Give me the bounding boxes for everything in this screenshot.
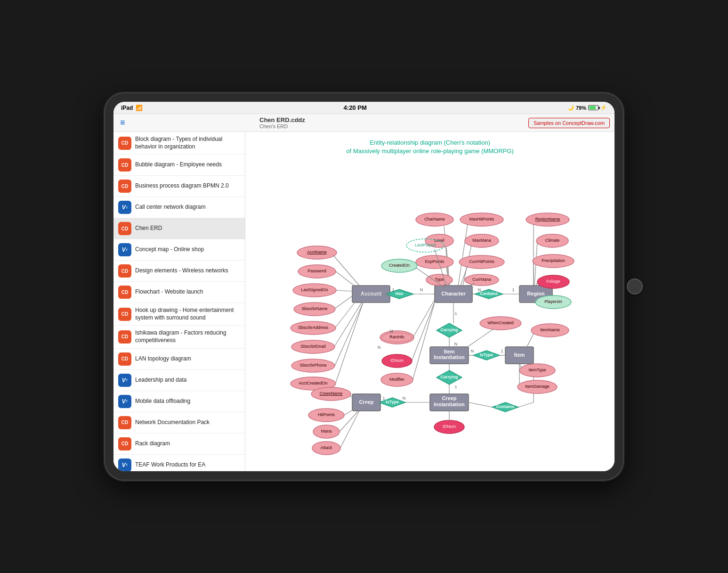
sidebar-item-chen-erd[interactable]: CDChen ERD: [113, 218, 245, 239]
sidebar-item-teaf[interactable]: VYTEAF Work Products for EA: [113, 455, 245, 471]
samples-button[interactable]: Samples on ConceptDraw.com: [528, 118, 610, 128]
svg-line-45: [518, 402, 534, 407]
svg-line-135: [536, 283, 537, 286]
header-row: ≡ Chen ERD.cddz Chen's ERD Samples on Co…: [113, 114, 615, 132]
charging-icon: ⚡: [600, 105, 607, 111]
svg-text:RanInfo: RanInfo: [389, 335, 404, 340]
battery-indicator: [588, 105, 599, 110]
svg-text:M: M: [389, 329, 393, 334]
svg-line-93: [413, 303, 435, 379]
sidebar-item-mobile-data[interactable]: VYMobile data offloading: [113, 391, 245, 412]
svg-line-150: [468, 329, 493, 347]
svg-text:Account: Account: [361, 291, 381, 296]
sidebar-item-rack-diagram[interactable]: CDRack diagram: [113, 434, 245, 455]
cd-icon: CD: [118, 308, 131, 321]
svg-text:IDNum: IDNum: [390, 359, 404, 363]
sidebar-item-bubble-diagram[interactable]: CDBubble diagram - Employee needs: [113, 155, 245, 176]
svg-text:LastPlayed: LastPlayed: [415, 243, 436, 248]
svg-text:Character: Character: [441, 291, 466, 296]
svg-text:CharName: CharName: [424, 217, 445, 222]
svg-text:Mana: Mana: [321, 429, 332, 434]
time-display: 4:20 PM: [344, 104, 367, 111]
svg-line-81: [336, 303, 363, 383]
svg-text:N: N: [378, 345, 381, 350]
sidebar-item-leadership[interactable]: VYLeadership and data: [113, 370, 245, 391]
svg-text:N: N: [454, 342, 458, 347]
svg-text:Contains: Contains: [480, 292, 498, 296]
svg-line-44: [469, 402, 492, 407]
sidebar-item-flowchart[interactable]: CDFlowchart - Website launch: [113, 282, 245, 303]
svg-line-63: [336, 271, 357, 288]
status-right: 🌙 79% ⚡: [567, 105, 607, 111]
svg-line-69: [335, 296, 352, 308]
svg-line-75: [335, 303, 362, 346]
svg-text:MaxHitPoints: MaxHitPoints: [469, 217, 494, 222]
svg-text:CreepName: CreepName: [320, 392, 343, 396]
svg-text:Instantiation: Instantiation: [434, 401, 465, 407]
svg-text:MaxMana: MaxMana: [472, 238, 491, 243]
svg-text:1: 1: [512, 288, 514, 293]
svg-text:Contains: Contains: [496, 405, 515, 409]
moon-icon: 🌙: [567, 105, 574, 111]
svg-text:CreatedOn: CreatedOn: [389, 263, 410, 268]
sidebar-item-label: Business process diagram BPMN 2.0: [135, 182, 229, 190]
sidebar-item-label: Flowchart - Website launch: [135, 288, 203, 296]
svg-text:ExpPoints: ExpPoints: [425, 260, 445, 264]
sidebar-item-label: Network Documentation Pack: [135, 419, 210, 426]
svg-text:1: 1: [454, 385, 457, 390]
cd-icon: CD: [118, 330, 131, 344]
svg-text:ItemDamage: ItemDamage: [525, 385, 550, 389]
sidebar-item-label: Block diagram - Types of individual beha…: [135, 136, 240, 150]
sidebar-item-network-doc[interactable]: CDNetwork Documentation Pack: [113, 412, 245, 434]
diagram-title: Entity-relationship diagram (Chen's nota…: [245, 132, 615, 158]
visio-icon: VY: [118, 201, 131, 214]
sidebar-item-label: TEAF Work Products for EA: [135, 461, 205, 469]
svg-text:LastSignedOn: LastSignedOn: [301, 288, 328, 293]
sidebar-item-design-elements[interactable]: CDDesign elements - Wireless networks: [113, 261, 245, 282]
status-left: iPad 📶: [121, 105, 143, 111]
cd-icon: CD: [118, 264, 131, 278]
sidebar-item-label: Ishikawa diagram - Factors reducing comp…: [135, 329, 240, 344]
visio-icon: VY: [118, 395, 131, 408]
svg-text:Precipitation: Precipitation: [542, 259, 565, 263]
sidebar-item-block-diagram[interactable]: CDBlock diagram - Types of individual be…: [113, 132, 245, 155]
hamburger-menu[interactable]: ≡: [120, 118, 125, 128]
svg-text:CurrHitPoints: CurrHitPoints: [469, 260, 494, 264]
svg-text:Carrying: Carrying: [440, 328, 458, 333]
svg-text:ItemType: ItemType: [528, 368, 546, 373]
svg-text:Type: Type: [435, 278, 444, 282]
svg-text:Modifier: Modifier: [389, 377, 404, 382]
diagram-area[interactable]: Entity-relationship diagram (Chen's nota…: [245, 132, 615, 471]
sidebar-item-ishikawa[interactable]: CDIshikawa diagram - Factors reducing co…: [113, 326, 245, 348]
home-button[interactable]: [627, 278, 643, 295]
sidebar-item-hook-up[interactable]: CDHook up drawing - Home entertainment s…: [113, 303, 245, 326]
sidebar-item-label: Bubble diagram - Employee needs: [135, 161, 222, 169]
svg-line-78: [335, 303, 363, 366]
sidebar-item-label: LAN topology diagram: [135, 355, 191, 363]
sidebar-item-business-process[interactable]: CDBusiness process diagram BPMN 2.0: [113, 176, 245, 197]
sidebar-item-lan-topology[interactable]: CDLAN topology diagram: [113, 349, 245, 370]
subtitle: Chen's ERD: [259, 123, 528, 129]
sidebar-item-concept-map[interactable]: VYConcept map - Online shop: [113, 239, 245, 261]
svg-text:AcctCreatedOn: AcctCreatedOn: [299, 381, 328, 386]
svg-text:N: N: [478, 288, 481, 293]
svg-text:Password: Password: [307, 269, 326, 274]
app-content: CDBlock diagram - Types of individual be…: [113, 132, 615, 471]
cd-icon: CD: [118, 437, 131, 450]
visio-icon: VY: [118, 458, 131, 471]
sidebar: CDBlock diagram - Types of individual be…: [113, 132, 245, 471]
svg-text:IsType: IsType: [480, 353, 493, 358]
sidebar-item-call-center[interactable]: VYCall center network diagram: [113, 197, 245, 218]
cd-icon: CD: [118, 180, 131, 193]
erd-diagram: .erd-entity { fill: #8c8ca0; stroke: #66…: [279, 158, 581, 460]
svg-text:Instantiation: Instantiation: [434, 354, 465, 360]
svg-text:Has: Has: [396, 292, 404, 296]
battery-percent: 79%: [576, 105, 586, 111]
svg-text:HitPoints: HitPoints: [318, 413, 335, 417]
svg-text:IsType: IsType: [386, 400, 399, 405]
cd-icon: CD: [118, 416, 131, 429]
svg-text:IDNum: IDNum: [443, 425, 456, 429]
svg-text:Foliage: Foliage: [546, 279, 560, 284]
svg-line-99: [458, 224, 468, 286]
svg-text:AcctName: AcctName: [307, 250, 327, 255]
